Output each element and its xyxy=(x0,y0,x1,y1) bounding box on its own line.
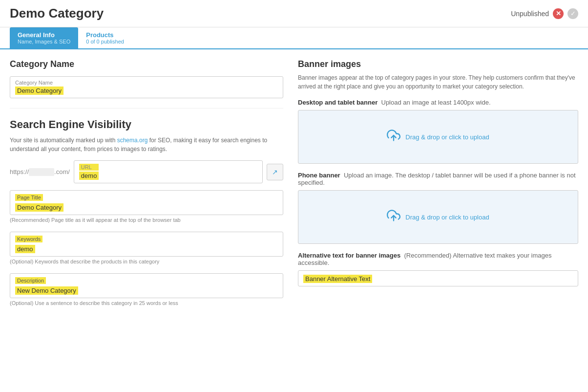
description-group: Description New Demo Category (Optional)… xyxy=(10,273,283,306)
tab-products[interactable]: Products 0 of 0 published xyxy=(78,27,132,48)
page-title-label: Page Title xyxy=(15,194,43,201)
alt-field-value: Banner Alternative Text xyxy=(303,275,372,283)
url-label: URL xyxy=(79,164,99,171)
phone-upload-icon xyxy=(387,209,400,225)
keywords-value: demo xyxy=(15,245,35,253)
left-panel: Category Name Category Name Demo Categor… xyxy=(10,59,283,315)
description-hint: (Optional) Use a sentence to describe th… xyxy=(10,300,283,306)
page-title-hint: (Recommended) Page title as it will appe… xyxy=(10,217,283,223)
right-panel: Banner images Banner images appear at th… xyxy=(298,59,578,315)
url-https: https:// xyxy=(10,168,29,175)
desktop-banner-label: Desktop and tablet banner xyxy=(298,99,378,106)
url-com: .com/ xyxy=(54,168,70,175)
page-title-group: Page Title Demo Category (Recommended) P… xyxy=(10,190,283,223)
keywords-label: Keywords xyxy=(15,236,42,242)
divider-1 xyxy=(10,108,283,109)
main-content: Category Name Category Name Demo Categor… xyxy=(0,49,588,325)
desktop-banner-label-row: Desktop and tablet banner Upload an imag… xyxy=(298,99,578,106)
description-label: Description xyxy=(15,277,46,284)
banner-images-desc: Banner images appear at the top of categ… xyxy=(298,73,578,91)
banner-images-title: Banner images xyxy=(298,59,578,69)
schema-link[interactable]: schema.org xyxy=(117,137,148,144)
url-field[interactable]: URL demo xyxy=(74,160,263,183)
desktop-upload-icon xyxy=(387,129,400,145)
tab-products-sub: 0 of 0 published xyxy=(86,39,124,44)
phone-banner-label-row: Phone banner Upload an image. The deskto… xyxy=(298,172,578,186)
url-value: demo xyxy=(79,172,99,180)
url-row: https:// .com/ URL demo ↗ xyxy=(10,160,283,183)
alt-text-section: Alternative text for banner images (Reco… xyxy=(298,252,578,286)
tab-bar: General Info Name, Images & SEO Products… xyxy=(0,27,588,49)
alt-text-label: Alternative text for banner images xyxy=(298,252,400,259)
keywords-field[interactable]: Keywords demo xyxy=(10,232,283,257)
status-label: Unpublished xyxy=(511,10,549,18)
page-title: Demo Category xyxy=(10,6,104,21)
unpublish-button[interactable]: ✕ xyxy=(553,8,564,19)
tab-general-info[interactable]: General Info Name, Images & SEO xyxy=(10,27,78,48)
category-name-value: Demo Category xyxy=(15,87,63,95)
desktop-banner-hint: Upload an image at least 1400px wide. xyxy=(379,99,491,106)
header-status-area: Unpublished ✕ ✓ xyxy=(511,8,578,19)
description-value: New Demo Category xyxy=(15,286,78,295)
alt-text-field[interactable]: Banner Alternative Text xyxy=(298,270,578,286)
keywords-group: Keywords demo (Optional) Keywords that d… xyxy=(10,232,283,264)
category-name-field[interactable]: Category Name Demo Category xyxy=(10,76,283,98)
description-field[interactable]: Description New Demo Category xyxy=(10,273,283,298)
phone-upload-text: Drag & drop or click to upload xyxy=(405,214,489,221)
category-name-label: Category Name xyxy=(15,80,278,86)
page-header: Demo Category Unpublished ✕ ✓ xyxy=(0,0,588,27)
url-base-text: https:// .com/ xyxy=(10,168,70,175)
external-link-icon: ↗ xyxy=(272,168,278,176)
publish-button[interactable]: ✓ xyxy=(567,8,578,19)
tab-products-label: Products xyxy=(86,31,124,39)
tab-general-label: General Info xyxy=(18,31,70,39)
alt-text-label-row: Alternative text for banner images (Reco… xyxy=(298,252,578,266)
seo-desc-part1: Your site is automatically marked up wit… xyxy=(10,137,117,144)
page-title-value: Demo Category xyxy=(15,203,63,212)
desktop-upload-area[interactable]: Drag & drop or click to upload xyxy=(298,110,578,164)
external-link-button[interactable]: ↗ xyxy=(267,164,283,180)
seo-section-title: Search Engine Visibility xyxy=(10,118,283,131)
page-title-field[interactable]: Page Title Demo Category xyxy=(10,190,283,215)
url-domain-mask xyxy=(29,168,54,176)
keywords-hint: (Optional) Keywords that describe the pr… xyxy=(10,259,283,264)
seo-description: Your site is automatically marked up wit… xyxy=(10,136,283,153)
tab-general-sub: Name, Images & SEO xyxy=(18,39,70,44)
phone-upload-area[interactable]: Drag & drop or click to upload xyxy=(298,190,578,244)
phone-banner-label: Phone banner xyxy=(298,172,340,179)
desktop-upload-text: Drag & drop or click to upload xyxy=(405,133,489,141)
category-name-group: Category Name Demo Category xyxy=(10,76,283,98)
category-name-section-title: Category Name xyxy=(10,59,283,69)
